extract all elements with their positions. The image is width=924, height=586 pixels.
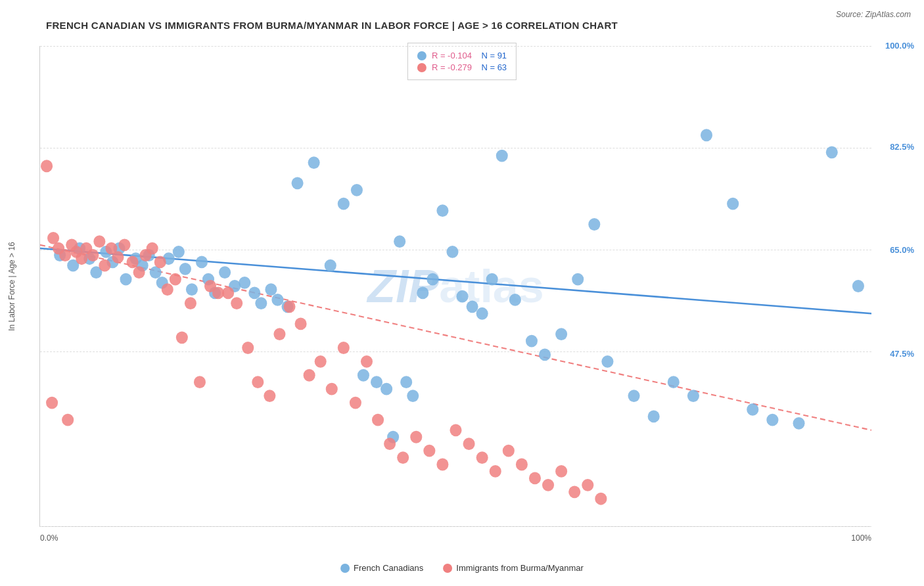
- svg-point-92: [185, 297, 196, 309]
- svg-point-31: [292, 177, 304, 189]
- svg-point-56: [572, 273, 584, 286]
- y-tick-65: 65.0%: [890, 245, 914, 255]
- svg-point-109: [350, 397, 361, 409]
- svg-point-34: [338, 198, 350, 210]
- scatter-plot: [40, 46, 871, 526]
- svg-point-68: [826, 146, 838, 158]
- svg-point-25: [239, 277, 250, 289]
- svg-point-119: [463, 438, 475, 450]
- svg-point-82: [112, 251, 124, 263]
- svg-point-100: [264, 390, 275, 402]
- svg-point-106: [315, 355, 327, 368]
- legend-item-french: French Canadians: [340, 563, 423, 573]
- svg-point-93: [194, 376, 206, 388]
- svg-point-41: [400, 376, 412, 388]
- svg-point-91: [176, 331, 188, 344]
- svg-point-97: [231, 297, 243, 309]
- svg-point-78: [87, 249, 99, 261]
- svg-point-99: [252, 376, 264, 388]
- chart-title: FRENCH CANADIAN VS IMMIGRANTS FROM BURMA…: [7, 13, 917, 34]
- svg-point-10: [120, 273, 131, 286]
- svg-point-20: [196, 256, 208, 269]
- svg-point-61: [668, 376, 680, 388]
- svg-point-85: [133, 266, 145, 279]
- svg-point-112: [384, 438, 396, 450]
- svg-point-105: [304, 369, 315, 382]
- svg-point-96: [222, 287, 234, 300]
- svg-point-111: [372, 414, 384, 426]
- svg-point-63: [701, 129, 712, 141]
- svg-point-51: [496, 150, 508, 162]
- burma-myanmar-label: Immigrants from Burma/Myanmar: [456, 563, 584, 573]
- svg-point-69: [852, 280, 864, 292]
- svg-point-37: [371, 376, 382, 388]
- svg-point-67: [793, 417, 805, 430]
- svg-point-32: [308, 156, 320, 169]
- svg-point-28: [265, 283, 277, 296]
- svg-point-52: [509, 294, 521, 306]
- svg-point-102: [283, 300, 295, 313]
- svg-point-103: [295, 318, 307, 330]
- svg-point-64: [727, 198, 739, 210]
- x-axis-ticks: 0.0% 100%: [40, 533, 871, 543]
- svg-point-35: [351, 184, 363, 196]
- svg-point-26: [248, 287, 260, 300]
- svg-point-118: [450, 424, 461, 436]
- svg-point-128: [582, 479, 593, 491]
- svg-point-45: [436, 204, 448, 217]
- svg-point-65: [747, 403, 758, 416]
- bottom-legend: French Canadians Immigrants from Burma/M…: [340, 563, 584, 573]
- svg-point-113: [62, 414, 74, 426]
- svg-point-49: [476, 307, 488, 320]
- svg-point-58: [601, 355, 613, 368]
- y-axis-label: In Labor Force | Age > 16: [7, 242, 16, 331]
- svg-point-19: [186, 283, 198, 296]
- svg-point-101: [273, 328, 285, 340]
- svg-point-33: [325, 259, 336, 272]
- x-tick-100: 100%: [851, 533, 871, 543]
- svg-point-43: [417, 287, 428, 300]
- svg-point-46: [446, 246, 458, 258]
- chart-container: FRENCH CANADIAN VS IMMIGRANTS FROM BURMA…: [0, 0, 924, 586]
- svg-line-1: [40, 245, 871, 430]
- svg-point-79: [93, 235, 105, 248]
- svg-point-88: [154, 256, 166, 269]
- svg-point-125: [542, 479, 554, 491]
- x-tick-0: 0.0%: [40, 533, 58, 543]
- svg-point-127: [568, 485, 580, 498]
- svg-point-116: [423, 445, 435, 457]
- svg-point-84: [127, 256, 139, 269]
- svg-point-29: [271, 294, 283, 306]
- chart-plot-area: ZIP atlas: [39, 46, 871, 527]
- svg-point-107: [326, 383, 338, 395]
- svg-point-62: [687, 390, 699, 402]
- svg-point-124: [529, 472, 541, 485]
- svg-point-123: [516, 459, 528, 471]
- burma-myanmar-dot: [443, 564, 452, 573]
- svg-point-122: [503, 445, 515, 457]
- svg-point-53: [526, 335, 538, 348]
- svg-point-27: [255, 297, 267, 309]
- svg-point-17: [173, 246, 185, 258]
- svg-point-60: [648, 411, 660, 423]
- svg-point-59: [628, 390, 640, 402]
- grid-line-bottom: [40, 526, 871, 527]
- svg-point-36: [358, 369, 369, 382]
- y-tick-82: 82.5%: [890, 142, 914, 152]
- legend-item-burma: Immigrants from Burma/Myanmar: [443, 563, 584, 573]
- svg-point-89: [162, 283, 173, 296]
- svg-point-54: [539, 349, 551, 361]
- svg-point-18: [179, 263, 191, 275]
- svg-point-73: [59, 249, 71, 261]
- svg-point-40: [394, 235, 405, 248]
- source-label: Source: ZipAtlas.com: [836, 10, 911, 19]
- svg-point-117: [436, 459, 448, 471]
- svg-point-70: [41, 160, 53, 172]
- svg-point-126: [555, 465, 567, 478]
- svg-point-42: [407, 390, 419, 402]
- svg-point-114: [397, 451, 409, 464]
- french-canadians-label: French Canadians: [354, 563, 423, 573]
- svg-point-87: [147, 242, 158, 255]
- svg-point-90: [170, 273, 181, 286]
- svg-point-55: [555, 328, 567, 340]
